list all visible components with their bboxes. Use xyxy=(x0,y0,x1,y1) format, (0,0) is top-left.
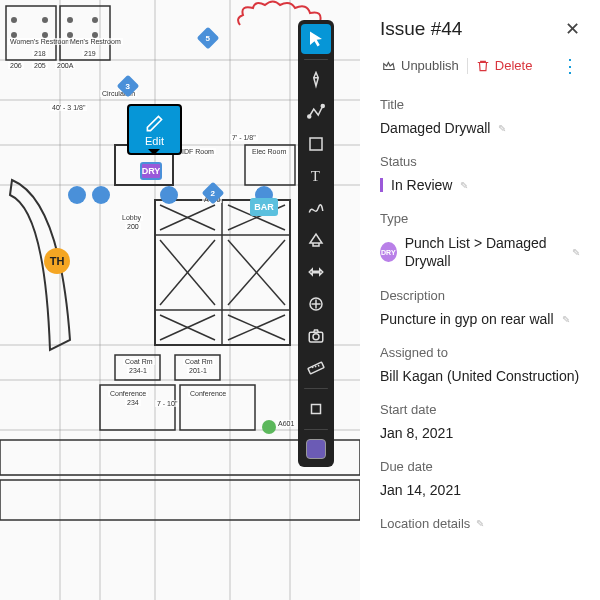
status-indicator xyxy=(380,178,383,192)
room-coat1: Coat Rm xyxy=(123,358,155,365)
tool-crop[interactable] xyxy=(301,394,331,424)
room-womens: Women's Restroom xyxy=(8,38,73,45)
room-conf2: Conference xyxy=(188,390,228,397)
startdate-label: Start date xyxy=(380,402,580,417)
room-219: 219 xyxy=(82,50,98,57)
tool-camera[interactable] xyxy=(301,321,331,351)
type-value: Punch List > Damaged Drywall xyxy=(405,234,564,270)
panel-title: Issue #44 xyxy=(380,18,462,40)
room-218: 218 xyxy=(32,50,48,57)
trash-icon xyxy=(476,59,490,73)
room-conf1: Conference xyxy=(108,390,148,397)
tool-select[interactable] xyxy=(301,24,331,54)
pencil-icon xyxy=(145,114,164,133)
svg-point-46 xyxy=(92,17,98,23)
svg-rect-55 xyxy=(308,362,324,374)
assigned-label: Assigned to xyxy=(380,345,580,360)
svg-rect-56 xyxy=(312,405,321,414)
status-label: Status xyxy=(380,154,580,169)
title-label: Title xyxy=(380,97,580,112)
marker-th[interactable]: TH xyxy=(44,248,70,274)
room-205: 205 xyxy=(32,62,48,69)
svg-point-44 xyxy=(67,17,73,23)
edit-tooltip[interactable]: Edit xyxy=(127,104,182,155)
tool-text[interactable]: T xyxy=(301,161,331,191)
type-icon: DRY xyxy=(380,242,397,262)
room-coat2-num: 201-1 xyxy=(187,367,209,374)
status-value: In Review xyxy=(391,177,452,193)
svg-point-40 xyxy=(11,17,17,23)
tool-divider xyxy=(304,59,328,60)
duedate-value: Jan 14, 2021 xyxy=(380,482,461,498)
edit-icon[interactable]: ✎ xyxy=(498,123,506,134)
edit-icon[interactable]: ✎ xyxy=(562,314,570,325)
edit-icon[interactable]: ✎ xyxy=(572,247,580,258)
tool-color[interactable] xyxy=(306,439,326,459)
marker-dry[interactable]: DRY xyxy=(140,162,162,180)
title-value: Damaged Drywall xyxy=(380,120,490,136)
dim-40: 40' - 3 1/8" xyxy=(50,104,87,111)
room-a601: A601 xyxy=(276,420,296,427)
room-lobby: Lobby xyxy=(120,214,143,221)
marker-pin-2[interactable] xyxy=(92,186,110,204)
edit-icon[interactable]: ✎ xyxy=(460,180,468,191)
delete-button[interactable]: Delete xyxy=(474,54,535,77)
svg-text:T: T xyxy=(311,168,320,184)
marker-pin-1[interactable] xyxy=(68,186,86,204)
room-idf: IDF Room xyxy=(180,148,216,155)
issue-panel: Issue #44 ✕ Unpublish Delete ⋮ Title Dam… xyxy=(360,0,600,600)
edit-icon[interactable]: ✎ xyxy=(476,518,484,529)
unpublish-button[interactable]: Unpublish xyxy=(380,54,461,77)
more-menu[interactable]: ⋮ xyxy=(561,55,580,77)
tool-pen[interactable] xyxy=(301,65,331,95)
tool-divider-2 xyxy=(304,388,328,389)
markup-toolbar: T xyxy=(298,20,334,467)
marker-green[interactable] xyxy=(262,420,276,434)
dim-7: 7' - 1/8" xyxy=(230,134,258,141)
type-label: Type xyxy=(380,211,580,226)
tool-shape[interactable] xyxy=(301,129,331,159)
tool-draw[interactable] xyxy=(301,193,331,223)
tool-highlight[interactable] xyxy=(301,225,331,255)
divider xyxy=(467,58,468,74)
tool-polyline[interactable] xyxy=(301,97,331,127)
crown-icon xyxy=(382,59,396,73)
dim-710: 7 - 10" xyxy=(155,400,179,407)
room-200a: 200A xyxy=(55,62,75,69)
assigned-value: Bill Kagan (United Construction) xyxy=(380,368,579,384)
svg-rect-50 xyxy=(310,138,322,150)
room-coat2: Coat Rm xyxy=(183,358,215,365)
marker-pin-3[interactable] xyxy=(160,186,178,204)
marker-bar[interactable]: BAR xyxy=(250,198,278,216)
startdate-value: Jan 8, 2021 xyxy=(380,425,453,441)
room-coat1-num: 234-1 xyxy=(127,367,149,374)
svg-point-49 xyxy=(321,105,324,108)
room-lobby-num: 200 xyxy=(125,223,141,230)
description-label: Description xyxy=(380,288,580,303)
room-206: 206 xyxy=(8,62,24,69)
location-label: Location details✎ xyxy=(380,516,580,531)
svg-point-54 xyxy=(313,334,319,340)
close-button[interactable]: ✕ xyxy=(565,18,580,40)
room-elec: Elec Room xyxy=(250,148,288,155)
room-conf1-num: 234 xyxy=(125,399,141,406)
svg-point-42 xyxy=(42,17,48,23)
tool-stamp[interactable] xyxy=(301,257,331,287)
svg-point-48 xyxy=(308,115,311,118)
description-value: Puncture in gyp on rear wall xyxy=(380,311,554,327)
room-mens: Men's Restroom xyxy=(68,38,123,45)
tool-measure[interactable] xyxy=(301,353,331,383)
tool-divider-3 xyxy=(304,429,328,430)
duedate-label: Due date xyxy=(380,459,580,474)
tool-symbol[interactable] xyxy=(301,289,331,319)
